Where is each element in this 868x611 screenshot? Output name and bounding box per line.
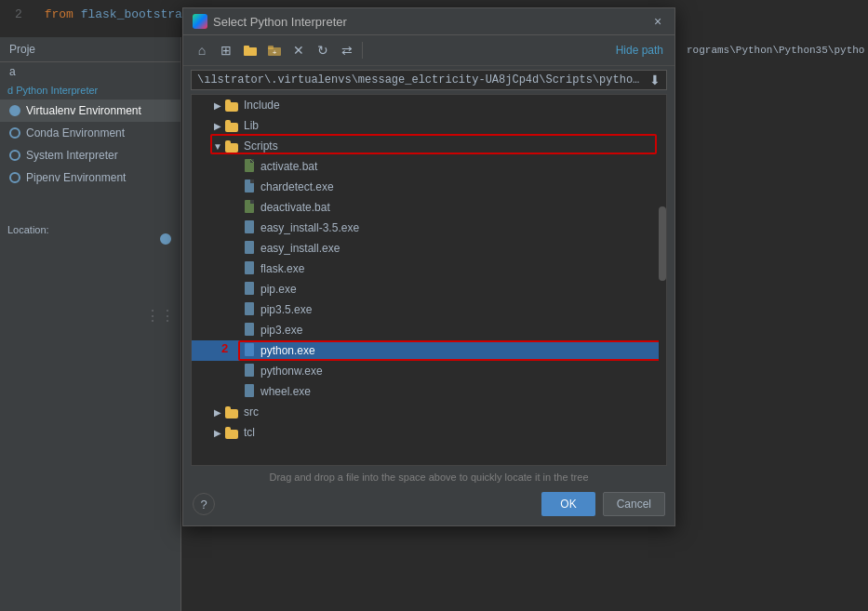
exe-file-icon: [244, 179, 257, 194]
folder-icon-include: [225, 100, 240, 112]
toolbar-close-btn[interactable]: ✕: [287, 39, 310, 61]
svg-rect-11: [250, 200, 254, 204]
tree-item-wheel[interactable]: wheel.exe: [192, 381, 666, 402]
folder-icon-tcl: [225, 427, 240, 439]
lib-label: Lib: [244, 119, 259, 132]
svg-rect-18: [245, 343, 254, 356]
exe-file-icon-2: [244, 220, 257, 235]
dialog-footer: ? OK Cancel: [183, 486, 674, 525]
pycharm-icon: [193, 14, 207, 29]
tree-item-lib[interactable]: ▶ Lib: [192, 115, 666, 136]
exe-file-icon-3: [244, 241, 257, 256]
pythonw-label: pythonw.exe: [260, 365, 323, 378]
exe-file-icon-python: [244, 343, 257, 358]
deactivate-label: deactivate.bat: [260, 201, 330, 214]
close-button[interactable]: ×: [650, 14, 665, 29]
tree-item-easy-install[interactable]: easy_install.exe: [192, 238, 666, 259]
tree-item-activate[interactable]: activate.bat: [192, 156, 666, 177]
tree-item-flask[interactable]: flask.exe: [192, 259, 666, 279]
dialog-title-left: Select Python Interpreter: [193, 14, 347, 29]
hide-path-button[interactable]: Hide path: [612, 42, 667, 59]
easy-install-label: easy_install.exe: [260, 242, 340, 255]
exe-file-icon-9: [244, 384, 257, 399]
tree-item-chardetect[interactable]: chardetect.exe: [192, 177, 666, 197]
help-button[interactable]: ?: [193, 493, 215, 515]
svg-rect-19: [245, 364, 254, 377]
footer-buttons: OK Cancel: [541, 492, 665, 516]
toolbar-separator: [362, 42, 363, 59]
tree-item-pip35[interactable]: pip3.5.exe: [192, 299, 666, 320]
tree-item-pip[interactable]: pip.exe: [192, 279, 666, 299]
path-download-button[interactable]: ⬇: [649, 73, 661, 87]
cancel-button[interactable]: Cancel: [603, 492, 665, 516]
expand-arrow-src[interactable]: ▶: [210, 405, 225, 419]
exe-file-icon-6: [244, 302, 257, 317]
svg-rect-14: [245, 261, 254, 274]
toolbar-refresh-btn[interactable]: ↻: [312, 39, 334, 61]
drag-drop-hint: Drag and drop a file into the space abov…: [183, 466, 674, 486]
dialog-titlebar: Select Python Interpreter ×: [183, 8, 674, 35]
path-bar: \ılstrator\.virtualenvs\message_elctrici…: [191, 70, 667, 90]
tcl-label: tcl: [244, 426, 255, 439]
svg-rect-20: [245, 384, 254, 397]
chardetect-label: chardetect.exe: [260, 180, 334, 193]
tree-item-pip3[interactable]: pip3.exe: [192, 320, 666, 340]
svg-rect-9: [250, 179, 254, 183]
toolbar-link-btn[interactable]: ⇄: [336, 39, 358, 61]
svg-rect-16: [245, 302, 254, 315]
svg-rect-15: [245, 282, 254, 295]
svg-rect-13: [245, 241, 254, 254]
tree-scrollbar[interactable]: [659, 95, 666, 465]
toolbar-grid-btn[interactable]: ⊞: [215, 39, 237, 61]
scripts-label: Scripts: [244, 139, 278, 153]
dialog-title-text: Select Python Interpreter: [213, 15, 347, 29]
bat-file-icon: [244, 159, 257, 174]
include-label: Include: [244, 99, 280, 112]
toolbar-folder-btn[interactable]: [239, 39, 261, 61]
flask-label: flask.exe: [260, 262, 304, 275]
exe-file-icon-7: [244, 323, 257, 338]
tree-item-pythonw[interactable]: pythonw.exe: [192, 361, 666, 381]
expand-arrow[interactable]: ▶: [210, 98, 225, 113]
exe-file-icon-5: [244, 282, 257, 297]
easy-install-35-label: easy_install-3.5.exe: [260, 221, 359, 234]
folder-icon-lib: [225, 120, 240, 132]
exe-file-icon-8: [244, 364, 257, 379]
tree-item-include[interactable]: ▶ Include: [192, 95, 666, 115]
tree-item-src[interactable]: ▶ src: [192, 402, 666, 422]
toolbar-home-btn[interactable]: ⌂: [191, 39, 213, 61]
dialog-overlay: Select Python Interpreter × ⌂ ⊞ + ✕ ↻ ⇄ …: [0, 0, 868, 611]
svg-text:+: +: [273, 48, 277, 57]
tree-item-python[interactable]: python.exe: [192, 340, 666, 361]
pip35-label: pip3.5.exe: [260, 303, 312, 316]
path-text: \ılstrator\.virtualenvs\message_elctrici…: [197, 73, 646, 86]
tree-item-deactivate[interactable]: deactivate.bat: [192, 197, 666, 218]
svg-rect-12: [245, 220, 254, 233]
folder-icon-scripts: [225, 140, 240, 153]
tree-item-tcl[interactable]: ▶ tcl: [192, 422, 666, 443]
dialog-toolbar: ⌂ ⊞ + ✕ ↻ ⇄ Hide path: [183, 35, 674, 66]
activate-label: activate.bat: [260, 160, 317, 173]
file-tree[interactable]: ▶ Include ▶ Lib: [191, 94, 667, 466]
bat-file-icon-2: [244, 200, 257, 215]
expand-arrow-tcl[interactable]: ▶: [210, 425, 225, 440]
svg-rect-17: [245, 323, 254, 336]
tree-item-scripts[interactable]: ▼ Scripts: [192, 136, 666, 156]
expand-arrow[interactable]: ▶: [210, 118, 225, 133]
folder-icon-src: [225, 406, 240, 418]
wheel-label: wheel.exe: [260, 385, 311, 398]
exe-file-icon-4: [244, 261, 257, 276]
toolbar-new-folder-btn[interactable]: +: [263, 39, 286, 61]
tree-item-easy-install-35[interactable]: easy_install-3.5.exe: [192, 218, 666, 238]
python-exe-label: python.exe: [260, 344, 315, 357]
svg-rect-1: [244, 46, 249, 49]
scrollbar-thumb[interactable]: [659, 206, 666, 281]
src-label: src: [244, 405, 259, 418]
select-interpreter-dialog: Select Python Interpreter × ⌂ ⊞ + ✕ ↻ ⇄ …: [182, 7, 675, 526]
pip-label: pip.exe: [260, 283, 297, 296]
pip3-label: pip3.exe: [260, 324, 302, 337]
expand-arrow-scripts[interactable]: ▼: [210, 139, 225, 153]
ok-button[interactable]: OK: [541, 492, 594, 516]
